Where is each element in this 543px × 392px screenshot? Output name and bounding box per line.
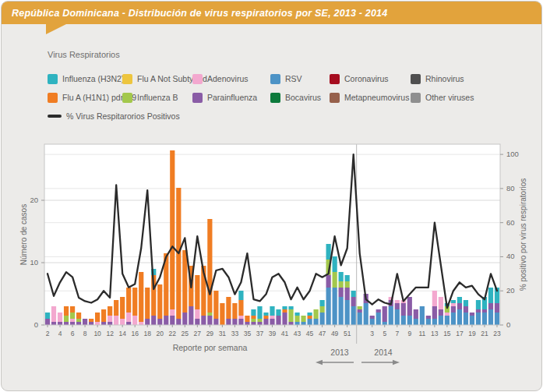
line-swatch-icon <box>48 115 62 118</box>
x-tick-label: 21 <box>481 330 488 337</box>
bar-segment <box>307 313 312 316</box>
bar-segment <box>132 288 137 316</box>
bar-segment <box>370 319 375 325</box>
bar-segment <box>294 316 299 322</box>
legend-item-label: Coronavirus <box>344 74 389 83</box>
bar-segment <box>482 309 487 313</box>
bar-segment <box>170 150 175 309</box>
bar-segment <box>58 322 62 325</box>
y-right-tick-label: 100 <box>506 150 519 158</box>
bar-segment <box>376 309 381 313</box>
x-tick-label: 16 <box>131 330 139 337</box>
bar-segment <box>364 303 368 325</box>
bar-segment <box>288 322 293 325</box>
bar-segment <box>270 319 274 325</box>
legend-item: Bocavirus <box>270 93 330 103</box>
bar-segment <box>476 300 481 309</box>
bar-segment <box>120 319 125 325</box>
bar-segment <box>64 316 69 322</box>
bar-segment <box>58 313 62 322</box>
bar-segment <box>170 309 175 316</box>
bar-segment <box>445 316 450 325</box>
bar-segment <box>482 313 487 325</box>
x-tick-label: 11 <box>418 330 425 337</box>
x-tick-label: 17 <box>456 330 464 337</box>
bar-segment <box>488 303 493 309</box>
bar-segment <box>451 306 456 313</box>
bar-segment <box>238 291 243 300</box>
legend-item-label: Bocavirus <box>285 93 321 102</box>
legend-row: Flu A (H1N1) pdm09Influenza BParainfluen… <box>48 88 474 107</box>
bar-segment <box>245 322 249 325</box>
bar-segment <box>76 319 81 322</box>
bar-segment <box>164 316 168 325</box>
bar-segment <box>276 316 280 325</box>
bar-segment <box>70 319 75 322</box>
bar-segment <box>195 275 199 309</box>
bar-segment <box>45 319 50 325</box>
bar-segment <box>395 309 400 325</box>
legend-item-label: Rhinovirus <box>425 74 464 83</box>
bar-segment <box>358 313 362 325</box>
legend-line-item: % Virus Respitarorios Positivos <box>48 111 474 121</box>
legend-line-label: % Virus Respitarorios Positivos <box>66 111 180 121</box>
x-tick-label: 9 <box>407 330 411 337</box>
bar-segment <box>345 300 350 325</box>
bar-segment <box>251 309 256 316</box>
bar-segment <box>345 288 350 300</box>
bar-segment <box>251 319 256 322</box>
bar-segment <box>207 313 212 316</box>
bar-segment <box>201 316 206 325</box>
legend-item: Flu A (H1N1) pdm09 <box>48 93 122 103</box>
legend-item-label: Influenza B <box>137 93 178 102</box>
bar-segment <box>457 309 462 325</box>
bar-segment <box>108 306 112 316</box>
bar-segment <box>294 313 299 316</box>
bar-segment <box>495 313 499 325</box>
bar-segment <box>457 297 462 303</box>
bar-segment <box>145 288 150 319</box>
year-2013-label: 2013 <box>330 348 348 357</box>
bar-segment <box>213 291 218 319</box>
bar-segment <box>407 316 412 325</box>
bar-segment <box>288 309 293 322</box>
bar-segment <box>495 303 499 313</box>
bar-segment <box>251 316 256 319</box>
year-marker-2014: 2014 <box>361 348 406 366</box>
bar-segment <box>389 306 393 325</box>
bar-segment <box>464 300 468 306</box>
bar-segment <box>263 319 268 325</box>
x-tick-label: 25 <box>182 330 189 337</box>
legend-swatch-icon <box>122 74 132 84</box>
bar-segment <box>320 300 325 306</box>
bar-segment <box>270 316 274 319</box>
legend-swatch-icon <box>48 74 58 84</box>
bar-segment <box>282 309 287 313</box>
bar-segment <box>333 288 337 325</box>
bar-segment <box>95 322 100 325</box>
bar-segment <box>488 309 493 325</box>
bar-segment <box>439 309 443 316</box>
x-tick-label: 5 <box>383 330 386 337</box>
legend-item: Adenovirus <box>192 74 270 84</box>
legend-swatch-icon <box>192 74 203 84</box>
bar-segment <box>108 322 112 325</box>
bar-segment <box>376 313 381 325</box>
y-right-tick-label: 80 <box>506 184 515 192</box>
x-tick-label: 2 <box>46 330 50 337</box>
bar-segment <box>445 313 450 316</box>
legend-item-label: Influenza (H3N2) <box>62 74 124 83</box>
bar-segment <box>251 322 256 325</box>
bar-segment <box>276 309 280 316</box>
bar-segment <box>101 322 106 325</box>
bar-segment <box>257 319 262 322</box>
bar-segment <box>70 306 75 313</box>
bar-segment <box>182 313 187 325</box>
legend-item: Rhinovirus <box>411 74 474 84</box>
x-tick-label: 6 <box>71 330 75 337</box>
x-tick-label: 4 <box>58 330 62 337</box>
y-right-tick-label: 20 <box>506 286 515 295</box>
x-tick-label: 39 <box>269 330 277 337</box>
x-tick-label: 8 <box>83 330 87 337</box>
bar-segment <box>476 313 481 325</box>
